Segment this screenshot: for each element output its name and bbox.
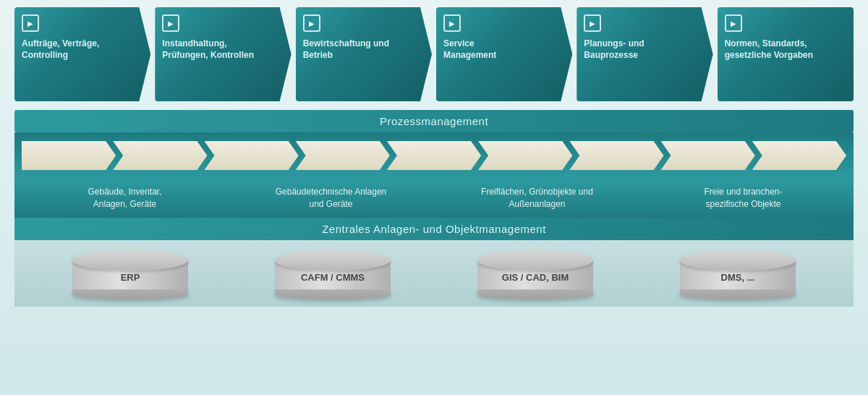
card-label: Planungs- undBauprozesse xyxy=(584,38,644,61)
middle-section: Prozessmanagement Gebäude, Inventar,Anla… xyxy=(14,110,854,240)
play-icon xyxy=(303,14,320,32)
process-arrow xyxy=(113,141,207,170)
cylinder: CAFM / CMMS xyxy=(275,250,391,300)
card-card-3[interactable]: Bewirtschaftung undBetrieb xyxy=(296,7,432,101)
play-icon xyxy=(584,14,601,32)
object-label-0: Gebäude, Inventar,Anlagen, Geräte xyxy=(22,186,228,211)
process-arrow xyxy=(296,141,390,170)
arrows-section xyxy=(14,132,854,179)
process-arrow xyxy=(569,141,663,170)
object-labels-row: Gebäude, Inventar,Anlagen, GeräteGebäude… xyxy=(14,179,854,218)
cylinder-top xyxy=(72,250,188,271)
cylinder-bottom xyxy=(477,289,593,300)
object-label-3: Freie und branchen-spezifische Objekte xyxy=(640,186,846,211)
db-cafm: CAFM / CMMS xyxy=(275,250,391,300)
cylinder: ERP xyxy=(72,250,188,300)
database-section: ERPCAFM / CMMSGIS / CAD, BIMDMS, ... xyxy=(14,240,854,307)
object-label-2: Freiflächen, Grünobjekte undAußenanlagen xyxy=(434,186,640,211)
card-card-6[interactable]: Normen, Standards,gesetzliche Vorgaben xyxy=(718,7,854,101)
card-card-1[interactable]: Aufträge, Verträge,Controlling xyxy=(14,7,150,101)
top-cards-row: Aufträge, Verträge,ControllingInstandhal… xyxy=(14,7,854,101)
cylinder-bottom xyxy=(72,289,188,300)
object-label-1: Gebäudetechnische Anlagenund Geräte xyxy=(228,186,434,211)
cylinder-top xyxy=(477,250,593,271)
process-arrow xyxy=(387,141,481,170)
process-band-label: Prozessmanagement xyxy=(14,110,854,132)
play-icon xyxy=(443,14,461,32)
card-label: Instandhaltung,Prüfungen, Kontrollen xyxy=(162,38,254,61)
card-label: Aufträge, Verträge,Controlling xyxy=(22,38,99,61)
process-arrow xyxy=(204,141,298,170)
process-arrow xyxy=(661,141,755,170)
card-label: Bewirtschaftung undBetrieb xyxy=(303,38,389,61)
zentral-band-label: Zentrales Anlagen- und Objektmanagement xyxy=(14,218,854,240)
card-card-2[interactable]: Instandhaltung,Prüfungen, Kontrollen xyxy=(155,7,291,101)
card-card-4[interactable]: ServiceManagement xyxy=(436,7,572,101)
db-dms: DMS, ... xyxy=(680,250,796,300)
process-arrow xyxy=(22,141,116,170)
cylinder-bottom xyxy=(275,289,391,300)
cylinder-top xyxy=(275,250,391,271)
play-icon xyxy=(162,14,179,32)
card-label: Normen, Standards,gesetzliche Vorgaben xyxy=(725,38,813,61)
card-label: ServiceManagement xyxy=(443,38,496,61)
cylinder: GIS / CAD, BIM xyxy=(477,250,593,300)
db-gis: GIS / CAD, BIM xyxy=(477,250,593,300)
cylinder-top xyxy=(680,250,796,271)
card-card-5[interactable]: Planungs- undBauprozesse xyxy=(576,7,712,101)
main-container: Aufträge, Verträge,ControllingInstandhal… xyxy=(0,0,868,395)
process-arrow xyxy=(752,141,846,170)
play-icon xyxy=(22,14,39,32)
cylinder: DMS, ... xyxy=(680,250,796,300)
cylinder-bottom xyxy=(680,289,796,300)
db-erp: ERP xyxy=(72,250,188,300)
process-arrow xyxy=(478,141,572,170)
play-icon xyxy=(725,14,742,32)
